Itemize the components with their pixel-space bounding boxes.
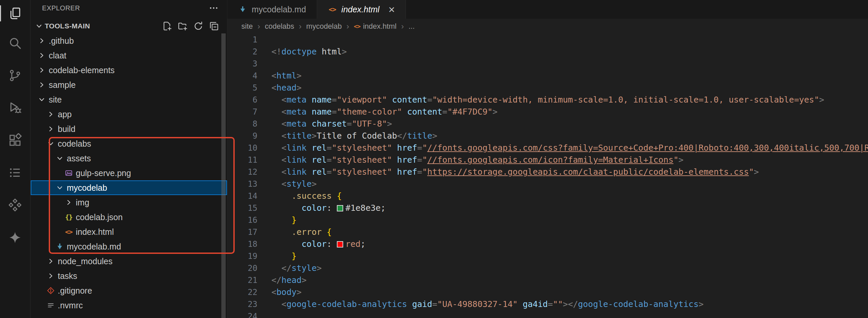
line-number[interactable]: 24 — [227, 310, 257, 318]
code-line-21[interactable]: 21</head> — [227, 274, 868, 286]
line-number[interactable]: 2 — [227, 46, 257, 58]
tab-index.html[interactable]: <>index.html× — [317, 0, 406, 19]
code-line-11[interactable]: 11 <link rel="stylesheet" href="//fonts.… — [227, 154, 868, 166]
files-icon — [8, 6, 22, 20]
code-text: <!doctype html> — [271, 46, 347, 58]
line-number[interactable]: 16 — [227, 214, 257, 226]
line-number[interactable]: 17 — [227, 226, 257, 238]
collapse-all-button[interactable] — [209, 21, 219, 31]
code-line-4[interactable]: 4<html> — [227, 70, 868, 82]
tree-item-index.html[interactable]: <>index.html — [31, 225, 227, 239]
line-number[interactable]: 6 — [227, 94, 257, 106]
code-line-22[interactable]: 22<body> — [227, 286, 868, 298]
line-number[interactable]: 23 — [227, 298, 257, 310]
code-line-14[interactable]: 14 .success { — [227, 190, 868, 202]
tree-item-node_modules[interactable]: node_modules — [31, 254, 227, 268]
code-line-1[interactable]: 1 — [227, 34, 868, 46]
line-number[interactable]: 15 — [227, 202, 257, 214]
section-tools-main[interactable]: TOOLS-MAIN — [31, 19, 227, 33]
tree-item-tasks[interactable]: tasks — [31, 268, 227, 283]
code-line-15[interactable]: 15 color: #1e8e3e; — [227, 202, 868, 214]
code-line-3[interactable]: 3 — [227, 58, 868, 70]
line-number[interactable]: 12 — [227, 166, 257, 178]
code-line-8[interactable]: 8 <meta charset="UTF-8"> — [227, 118, 868, 130]
tree-item-assets[interactable]: assets — [31, 151, 227, 166]
line-number[interactable]: 1 — [227, 34, 257, 46]
tree-item-site[interactable]: site — [31, 92, 227, 107]
code-line-23[interactable]: 23 <google-codelab-analytics gaid="UA-49… — [227, 298, 868, 310]
code-line-9[interactable]: 9 <title>Title of Codelab</title> — [227, 130, 868, 142]
tree-item-codelabs[interactable]: codelabs — [31, 136, 227, 151]
tree-item-app[interactable]: app — [31, 107, 227, 122]
activity-item-source-control[interactable] — [0, 59, 30, 91]
line-number[interactable]: 21 — [227, 274, 257, 286]
tree-item-build[interactable]: build — [31, 122, 227, 136]
tab-mycodelab.md[interactable]: mycodelab.md — [227, 0, 317, 19]
breadcrumb-item-index.html[interactable]: <>index.html — [354, 22, 397, 31]
refresh-button[interactable] — [193, 21, 203, 31]
line-number[interactable]: 5 — [227, 82, 257, 94]
code-line-2[interactable]: 2<!doctype html> — [227, 46, 868, 58]
tree-item-.gitignore[interactable]: .gitignore — [31, 283, 227, 298]
activity-item-run-debug[interactable] — [0, 91, 30, 124]
line-number[interactable]: 13 — [227, 178, 257, 190]
new-file-button[interactable] — [162, 21, 172, 31]
line-number[interactable]: 9 — [227, 130, 257, 142]
code-line-16[interactable]: 16 } — [227, 214, 868, 226]
line-number[interactable]: 11 — [227, 154, 257, 166]
tree-item-.github[interactable]: .github — [31, 33, 227, 48]
activity-item-search[interactable] — [0, 27, 30, 59]
code-line-5[interactable]: 5<head> — [227, 82, 868, 94]
tree-item-claat[interactable]: claat — [31, 48, 227, 63]
breadcrumb-item-mycodelab[interactable]: mycodelab — [306, 22, 342, 31]
line-number[interactable]: 20 — [227, 262, 257, 274]
code-line-6[interactable]: 6 <meta name="viewport" content="width=d… — [227, 94, 868, 106]
code-line-13[interactable]: 13 <style> — [227, 178, 868, 190]
line-number[interactable]: 8 — [227, 118, 257, 130]
sidebar-scrollbar[interactable] — [221, 33, 226, 318]
code-line-17[interactable]: 17 .error { — [227, 226, 868, 238]
line-number[interactable]: 18 — [227, 238, 257, 250]
line-number[interactable]: 19 — [227, 250, 257, 262]
tree-item-img[interactable]: img — [31, 195, 227, 210]
breadcrumb-item-codelabs[interactable]: codelabs — [265, 22, 294, 31]
code-line-10[interactable]: 10 <link rel="stylesheet" href="//fonts.… — [227, 142, 868, 154]
activity-item-list[interactable] — [0, 156, 30, 189]
code-line-20[interactable]: 20 </style> — [227, 262, 868, 274]
tree-item-mycodelab.md[interactable]: mycodelab.md — [31, 239, 227, 254]
close-icon[interactable]: × — [389, 4, 395, 15]
tree-item-.nvmrc[interactable]: .nvmrc — [31, 298, 227, 313]
line-number[interactable]: 10 — [227, 142, 257, 154]
code-line-12[interactable]: 12 <link rel="stylesheet" href="https://… — [227, 166, 868, 178]
activity-item-sparkle[interactable] — [0, 221, 30, 254]
activity-item-files[interactable] — [0, 0, 30, 27]
code-line-18[interactable]: 18 color: red; — [227, 238, 868, 250]
new-file-icon — [162, 21, 172, 31]
code-line-19[interactable]: 19 } — [227, 250, 868, 262]
color-swatch[interactable] — [337, 241, 343, 248]
tree-item-sample[interactable]: sample — [31, 78, 227, 92]
breadcrumb-item-site[interactable]: site — [241, 22, 253, 31]
code-line-7[interactable]: 7 <meta name="theme-color" content="#4F7… — [227, 106, 868, 118]
tree-item-gulp-serve.png[interactable]: gulp-serve.png — [31, 166, 227, 180]
line-number[interactable]: 22 — [227, 286, 257, 298]
activity-item-extensions[interactable] — [0, 124, 30, 156]
line-number[interactable]: 14 — [227, 190, 257, 202]
git-icon — [46, 286, 55, 295]
new-folder-button[interactable] — [178, 21, 188, 31]
tree-item-codelab-elements[interactable]: codelab-elements — [31, 63, 227, 78]
html-icon: <> — [64, 228, 73, 236]
breadcrumb-separator: › — [299, 22, 302, 31]
more-actions-icon[interactable] — [209, 3, 219, 13]
line-number[interactable]: 7 — [227, 106, 257, 118]
tree-item-mycodelab[interactable]: mycodelab — [31, 180, 227, 195]
breadcrumb-label: codelabs — [265, 22, 294, 31]
line-number[interactable]: 3 — [227, 58, 257, 70]
color-swatch[interactable] — [337, 205, 343, 211]
new-folder-icon — [178, 21, 188, 31]
breadcrumb-item-...[interactable]: ... — [409, 22, 415, 31]
line-number[interactable]: 4 — [227, 70, 257, 82]
code-line-24[interactable]: 24 — [227, 310, 868, 318]
tree-item-codelab.json[interactable]: {}codelab.json — [31, 210, 227, 225]
activity-item-diamonds[interactable] — [0, 189, 30, 221]
